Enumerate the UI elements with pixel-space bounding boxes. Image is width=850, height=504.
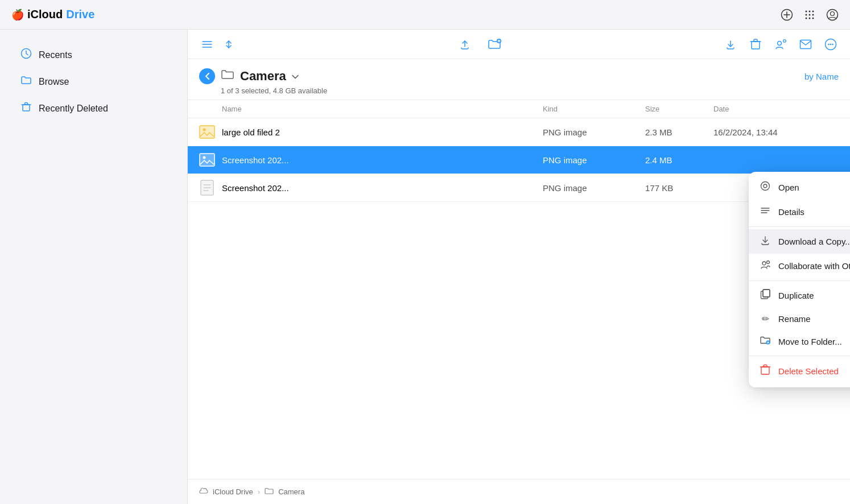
col-date: Date	[713, 105, 839, 113]
menu-item-duplicate[interactable]: Duplicate	[749, 283, 850, 308]
file-list-header: Name Kind Size Date	[188, 100, 850, 118]
duplicate-icon	[759, 289, 771, 302]
trash-icon-sidebar	[20, 101, 32, 115]
toolbar-more-icon[interactable]	[823, 36, 839, 52]
svg-rect-31	[200, 154, 214, 166]
toolbar-center	[457, 36, 502, 52]
rename-icon: ✏	[759, 313, 771, 324]
col-kind: Kind	[543, 105, 645, 113]
sidebar-item-recents[interactable]: Recents	[7, 42, 180, 68]
toolbar-share-icon[interactable]	[773, 36, 789, 52]
svg-rect-28	[200, 126, 214, 138]
col-size: Size	[645, 105, 713, 113]
svg-point-39	[764, 184, 767, 188]
file-thumbnail	[199, 124, 215, 140]
back-button[interactable]	[199, 68, 215, 84]
app-title-icloud: iCloud	[27, 8, 63, 21]
svg-point-26	[830, 43, 832, 45]
svg-point-10	[809, 17, 811, 19]
svg-point-25	[828, 43, 830, 45]
profile-icon[interactable]	[826, 9, 839, 21]
folder-icon	[20, 75, 32, 89]
menu-item-download[interactable]: Download a Copy...	[749, 229, 850, 254]
svg-point-13	[831, 11, 835, 15]
svg-point-43	[762, 262, 766, 265]
svg-rect-15	[23, 105, 30, 111]
menu-delete-label: Delete Selected	[778, 366, 839, 376]
titlebar-left: 🍎 iCloud Drive	[11, 8, 94, 21]
menu-item-move[interactable]: Move to Folder...	[749, 330, 850, 353]
folder-title-row: Camera by Name	[199, 68, 839, 84]
upload-icon[interactable]	[457, 36, 473, 52]
titlebar-right	[781, 9, 839, 21]
svg-rect-49	[761, 367, 769, 374]
breadcrumb: iCloud Drive › Camera	[188, 479, 850, 504]
apple-icon: 🍎	[11, 9, 24, 21]
titlebar: 🍎 iCloud Drive	[0, 0, 850, 30]
svg-point-27	[832, 43, 834, 45]
main-layout: Recents Browse Recently Deleted	[0, 30, 850, 504]
svg-point-7	[809, 14, 811, 15]
list-view-icon[interactable]	[199, 36, 215, 52]
file-size: 2.4 MB	[645, 155, 713, 165]
sort-toggle-icon[interactable]	[221, 36, 237, 52]
toolbar-email-icon[interactable]	[798, 36, 814, 52]
folder-header: Camera by Name 1 of 3 selected, 4.8 GB a…	[188, 59, 850, 100]
file-kind: PNG image	[543, 127, 645, 137]
menu-divider-1	[749, 226, 850, 227]
menu-divider-3	[749, 356, 850, 356]
svg-point-38	[761, 182, 770, 191]
file-size: 177 KB	[645, 183, 713, 193]
grid-icon[interactable]	[803, 9, 816, 21]
svg-point-8	[812, 14, 814, 15]
svg-point-9	[806, 17, 807, 19]
app-title-drive: Drive	[66, 8, 94, 21]
menu-item-details[interactable]: Details	[749, 200, 850, 224]
sort-label[interactable]: by Name	[804, 72, 839, 81]
add-icon[interactable]	[781, 9, 793, 21]
table-row[interactable]: Screenshot 202... PNG image 2.4 MB	[188, 146, 850, 174]
menu-divider-2	[749, 280, 850, 281]
sidebar: Recents Browse Recently Deleted	[0, 30, 188, 504]
menu-move-label: Move to Folder...	[778, 337, 842, 346]
col-name: Name	[222, 105, 543, 113]
new-folder-icon[interactable]	[486, 36, 502, 52]
folder-chevron-icon[interactable]	[292, 72, 299, 81]
svg-point-6	[806, 14, 807, 15]
clock-icon	[20, 48, 32, 62]
svg-point-11	[812, 17, 814, 19]
breadcrumb-separator: ›	[258, 488, 260, 496]
file-name: large old filed 2	[222, 127, 543, 137]
folder-name: Camera	[240, 69, 286, 84]
menu-details-label: Details	[778, 207, 804, 217]
content-toolbar	[188, 30, 850, 59]
file-name: Screenshot 202...	[222, 155, 543, 165]
menu-item-delete[interactable]: Delete Selected	[749, 358, 850, 384]
svg-point-5	[812, 10, 814, 12]
file-thumbnail	[199, 152, 215, 168]
file-name: Screenshot 202...	[222, 183, 543, 193]
file-size: 2.3 MB	[645, 127, 713, 137]
menu-open-label: Open	[778, 183, 799, 192]
context-menu: Open Details	[749, 172, 850, 387]
file-date: 16/2/2024, 13:44	[713, 127, 839, 137]
sidebar-recently-deleted-label: Recently Deleted	[39, 104, 108, 114]
menu-item-rename[interactable]: ✏ Rename	[749, 308, 850, 330]
sidebar-item-browse[interactable]: Browse	[7, 69, 180, 94]
menu-item-open[interactable]: Open	[749, 175, 850, 200]
menu-rename-label: Rename	[778, 314, 811, 324]
toolbar-download-icon[interactable]	[723, 36, 738, 52]
content-area: Camera by Name 1 of 3 selected, 4.8 GB a…	[188, 30, 850, 504]
toolbar-left	[199, 36, 237, 52]
collaborate-icon	[759, 259, 771, 272]
sidebar-recents-label: Recents	[39, 50, 72, 60]
file-kind: PNG image	[543, 155, 645, 165]
table-row[interactable]: large old filed 2 PNG image 2.3 MB 16/2/…	[188, 118, 850, 146]
toolbar-delete-icon[interactable]	[748, 36, 764, 52]
menu-item-collaborate[interactable]: Collaborate with Others...	[749, 254, 850, 278]
sidebar-browse-label: Browse	[39, 77, 69, 87]
breadcrumb-camera-label: Camera	[278, 488, 304, 496]
delete-selected-icon	[759, 364, 771, 378]
menu-duplicate-label: Duplicate	[778, 291, 814, 300]
sidebar-item-recently-deleted[interactable]: Recently Deleted	[7, 96, 180, 121]
